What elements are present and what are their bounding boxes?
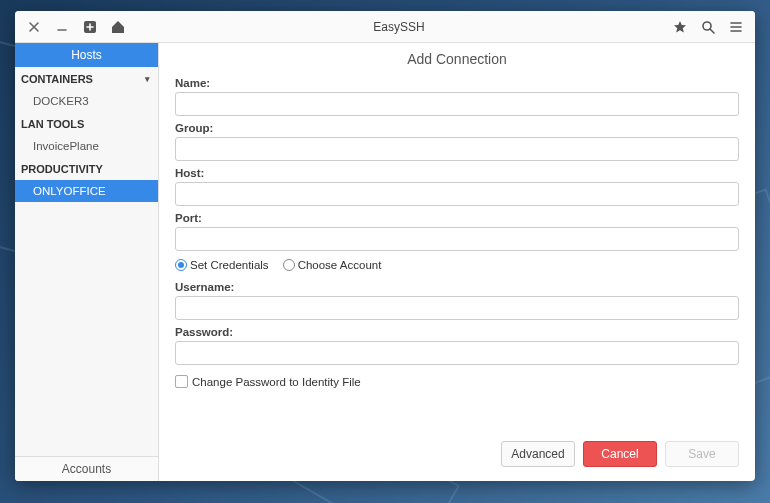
password-label: Password: — [175, 326, 739, 338]
home-icon[interactable] — [105, 14, 131, 40]
sidebar: Hosts CONTAINERS ▾ DOCKER3 LAN TOOLS Inv… — [15, 43, 159, 481]
chevron-down-icon: ▾ — [145, 74, 150, 84]
host-input[interactable] — [175, 182, 739, 206]
username-label: Username: — [175, 281, 739, 293]
radio-label: Set Credentials — [190, 259, 269, 271]
name-label: Name: — [175, 77, 739, 89]
close-icon[interactable] — [21, 14, 47, 40]
sidebar-group-header[interactable]: CONTAINERS ▾ — [15, 67, 158, 90]
form-buttons: Advanced Cancel Save — [159, 431, 755, 481]
radio-choose-account[interactable]: Choose Account — [283, 259, 382, 271]
sidebar-tab-accounts[interactable]: Accounts — [15, 456, 158, 481]
username-input[interactable] — [175, 296, 739, 320]
sidebar-group-header[interactable]: PRODUCTIVITY — [15, 157, 158, 180]
credentials-radio-group: Set Credentials Choose Account — [175, 251, 739, 275]
group-input[interactable] — [175, 137, 739, 161]
sidebar-host-list: CONTAINERS ▾ DOCKER3 LAN TOOLS InvoicePl… — [15, 67, 158, 456]
menu-icon[interactable] — [723, 14, 749, 40]
port-input[interactable] — [175, 227, 739, 251]
minimize-icon[interactable] — [49, 14, 75, 40]
sidebar-group-header[interactable]: LAN TOOLS — [15, 112, 158, 135]
sidebar-group-label: PRODUCTIVITY — [21, 163, 103, 175]
svg-line-3 — [710, 29, 714, 33]
host-label: Host: — [175, 167, 739, 179]
cancel-button[interactable]: Cancel — [583, 441, 657, 467]
name-input[interactable] — [175, 92, 739, 116]
new-tab-icon[interactable] — [77, 14, 103, 40]
sidebar-group-label: CONTAINERS — [21, 73, 93, 85]
main-panel: Add Connection Name: Group: Host: Port: … — [159, 43, 755, 481]
checkbox-icon — [175, 375, 188, 388]
window-title: EasySSH — [373, 20, 424, 34]
password-input[interactable] — [175, 341, 739, 365]
sidebar-item-invoiceplane[interactable]: InvoicePlane — [15, 135, 158, 157]
sidebar-item-onlyoffice[interactable]: ONLYOFFICE — [15, 180, 158, 202]
sidebar-group-label: LAN TOOLS — [21, 118, 84, 130]
titlebar: EasySSH — [15, 11, 755, 43]
radio-label: Choose Account — [298, 259, 382, 271]
bookmark-icon[interactable] — [667, 14, 693, 40]
advanced-button[interactable]: Advanced — [501, 441, 575, 467]
radio-icon — [283, 259, 295, 271]
change-pw-identity-row[interactable]: Change Password to Identity File — [175, 375, 739, 388]
search-icon[interactable] — [695, 14, 721, 40]
window-body: Hosts CONTAINERS ▾ DOCKER3 LAN TOOLS Inv… — [15, 43, 755, 481]
save-button[interactable]: Save — [665, 441, 739, 467]
sidebar-item-docker3[interactable]: DOCKER3 — [15, 90, 158, 112]
port-label: Port: — [175, 212, 739, 224]
sidebar-tab-hosts[interactable]: Hosts — [15, 43, 158, 67]
checkbox-label: Change Password to Identity File — [192, 376, 361, 388]
radio-set-credentials[interactable]: Set Credentials — [175, 259, 269, 271]
connection-form: Name: Group: Host: Port: Set Credentials… — [159, 71, 755, 431]
radio-icon — [175, 259, 187, 271]
group-label: Group: — [175, 122, 739, 134]
form-title: Add Connection — [159, 43, 755, 71]
app-window: EasySSH Hosts CONTAINERS ▾ DOCKER3 LAN T… — [15, 11, 755, 481]
